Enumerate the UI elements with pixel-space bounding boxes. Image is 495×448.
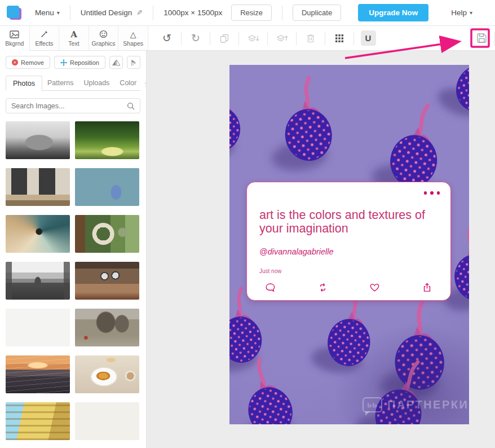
card-timestamp: Just now <box>259 268 438 274</box>
photo-thumbnail[interactable] <box>75 215 139 253</box>
layer-down-icon <box>248 34 259 43</box>
photo-thumbnail[interactable] <box>6 262 70 300</box>
move-layer-down-button[interactable] <box>239 26 267 50</box>
edit-pencil-icon[interactable]: ✎ <box>136 8 143 17</box>
photo-thumbnail[interactable] <box>75 309 139 346</box>
search-input[interactable] <box>11 102 127 110</box>
tab-shapes[interactable]: △ Shapes <box>118 26 148 50</box>
menu-label: Menu <box>35 8 54 17</box>
divider <box>153 6 153 20</box>
photo-thumbnail[interactable] <box>75 121 139 159</box>
flip-vertical-icon <box>129 59 138 66</box>
tab-label: Bkgrnd <box>5 40 24 47</box>
design-canvas[interactable]: art is the colors and textures of your i… <box>229 65 469 424</box>
divider <box>282 6 282 20</box>
remove-button[interactable]: ✕ Remove <box>6 56 50 69</box>
tab-patterns[interactable]: Patterns <box>42 76 79 90</box>
tab-effects[interactable]: Effects <box>30 26 60 50</box>
card-headline: art is the colors and textures of your i… <box>259 208 445 236</box>
letter-a-icon: A <box>70 29 77 39</box>
tab-text[interactable]: A Text <box>59 26 89 50</box>
design-title[interactable]: Untitled Design ✎ <box>81 8 143 17</box>
photo-thumbnail[interactable] <box>6 309 70 346</box>
photo-thumbnail[interactable] <box>6 215 70 253</box>
image-search <box>6 98 140 113</box>
duplicate-layer-button[interactable] <box>210 26 238 50</box>
tab-photos[interactable]: Photos <box>6 76 42 91</box>
redo-icon: ↻ <box>191 33 200 43</box>
toolbar-actions: ↺ ↻ <box>148 26 495 50</box>
flip-horizontal-button[interactable] <box>109 56 123 69</box>
resize-button[interactable]: Resize <box>231 5 272 21</box>
topbar: Menu ▾ Untitled Design ✎ 1000px × 1500px… <box>0 0 495 26</box>
remove-label: Remove <box>21 59 44 66</box>
asset-tabs: Photos Patterns Uploads Color ☆ <box>6 76 140 91</box>
app-root: Menu ▾ Untitled Design ✎ 1000px × 1500px… <box>0 0 495 448</box>
undo-button[interactable]: ↺ <box>153 26 181 50</box>
magic-wand-icon <box>40 29 48 39</box>
save-button[interactable] <box>469 26 494 50</box>
save-floppy-icon <box>476 33 487 43</box>
grid-icon <box>335 34 343 42</box>
redo-button[interactable]: ↻ <box>182 26 210 50</box>
divider <box>70 6 70 20</box>
upgrade-now-button[interactable]: Upgrade Now <box>358 4 428 21</box>
logo-blue-square <box>7 6 19 18</box>
tab-graphics[interactable]: Graphics <box>89 26 119 50</box>
watermark-bubble-icon: ЬЬ <box>363 397 382 412</box>
app-logo-icon[interactable] <box>6 5 23 21</box>
reposition-label: Reposition <box>70 59 99 66</box>
grid-view-button[interactable] <box>325 26 353 50</box>
workspace: art is the colors and textures of your i… <box>147 51 495 448</box>
layer-up-icon <box>276 34 288 43</box>
design-title-label: Untitled Design <box>81 8 132 17</box>
tab-bkgrnd[interactable]: Bkgrnd <box>0 26 30 50</box>
card-action-icons <box>265 282 432 293</box>
trash-icon <box>307 34 315 43</box>
main-area: ✕ Remove Reposition Photos Patterns Uplo… <box>0 51 495 448</box>
photo-thumbnail[interactable] <box>75 168 139 206</box>
duplicate-button[interactable]: Duplicate <box>293 5 341 21</box>
heart-icon <box>369 282 380 293</box>
move-cross-icon <box>60 59 67 66</box>
photo-thumbnail[interactable] <box>75 355 139 393</box>
remove-x-icon: ✕ <box>12 59 18 65</box>
undo-icon: ↺ <box>162 33 171 43</box>
copy-icon <box>220 34 229 43</box>
left-sidebar: ✕ Remove Reposition Photos Patterns Uplo… <box>0 51 147 448</box>
reposition-button[interactable]: Reposition <box>54 56 105 69</box>
chevron-down-icon: ▾ <box>57 10 60 16</box>
photo-thumbnail[interactable] <box>75 402 139 440</box>
tab-uploads[interactable]: Uploads <box>78 76 114 90</box>
background-controls: ✕ Remove Reposition <box>6 56 140 69</box>
favorites-star-icon[interactable]: ☆ <box>142 77 147 90</box>
chevron-down-icon: ▾ <box>470 10 472 16</box>
tab-label: Shapes <box>123 40 143 47</box>
menu-button[interactable]: Menu ▾ <box>35 8 60 17</box>
move-layer-up-button[interactable] <box>268 26 296 50</box>
comment-icon <box>265 282 276 293</box>
retweet-icon <box>317 282 328 293</box>
smiley-icon <box>99 29 108 39</box>
help-button[interactable]: Help ▾ <box>451 8 472 17</box>
panel-tabs: Bkgrnd Effects A Text Graphics △ Shape <box>0 26 148 50</box>
photo-thumbnail[interactable] <box>6 168 70 206</box>
flip-vertical-button[interactable] <box>127 56 140 69</box>
canvas-dimensions-label: 1000px × 1500px <box>163 8 222 17</box>
tab-color[interactable]: Color <box>114 76 142 90</box>
image-icon <box>10 29 19 39</box>
magnet-active-background: U <box>361 30 376 46</box>
delete-button[interactable] <box>297 26 325 50</box>
magnet-icon: U <box>365 33 372 43</box>
toolbar: Bkgrnd Effects A Text Graphics △ Shape <box>0 26 495 51</box>
photo-thumbnail[interactable] <box>75 262 139 300</box>
more-options-icon[interactable] <box>424 191 440 195</box>
photo-thumbnail[interactable] <box>6 402 70 440</box>
photo-thumbnail[interactable] <box>6 355 70 393</box>
photo-thumbnail[interactable] <box>6 121 70 159</box>
tab-label: Text <box>68 40 79 47</box>
share-icon <box>422 282 432 293</box>
tweet-card[interactable]: art is the colors and textures of your i… <box>246 182 451 301</box>
triangle-icon: △ <box>130 29 136 39</box>
magnet-snap-button[interactable]: U <box>354 26 382 50</box>
